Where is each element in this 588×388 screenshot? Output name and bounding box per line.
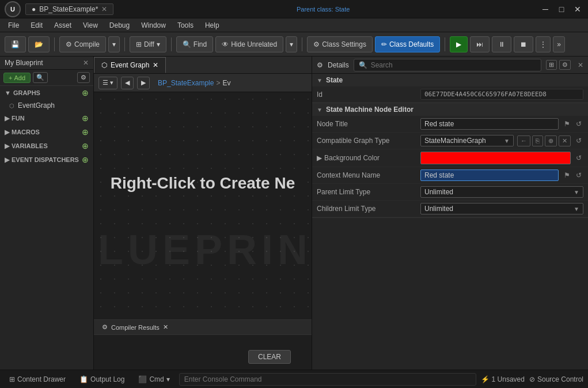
source-control-label: Source Control <box>537 375 583 383</box>
variables-section-title: ▶ VARIABLES <box>5 142 48 150</box>
context-menu-input[interactable] <box>420 169 559 181</box>
step-button[interactable]: ⏭ <box>470 36 490 52</box>
details-panel-close[interactable]: ✕ <box>578 61 583 69</box>
menu-help[interactable]: Help <box>199 20 225 31</box>
menu-debug[interactable]: Debug <box>104 20 135 31</box>
children-limit-dropdown[interactable]: Unlimited ▼ <box>420 203 583 214</box>
state-machine-title: State Machine Node Editor <box>326 106 414 114</box>
graph-remove-button[interactable]: ✕ <box>559 135 571 146</box>
output-log-button[interactable]: 📋 Output Log <box>75 374 129 385</box>
graphs-section-header[interactable]: ▼ GRAPHS ⊕ <box>0 86 93 100</box>
details-search-box[interactable]: 🔍 <box>354 59 541 71</box>
details-search-input[interactable] <box>371 61 536 69</box>
menu-window[interactable]: Window <box>135 20 172 31</box>
toolbar-sep-5 <box>445 37 445 51</box>
hide-unrelated-button[interactable]: 👁 Hide Unrelated <box>215 36 283 52</box>
breadcrumb-bp[interactable]: BP_StateExample <box>158 79 214 87</box>
cmd-button[interactable]: ⬛ Cmd ▾ <box>134 374 174 385</box>
event-graph-tab-close[interactable]: ✕ <box>153 61 158 69</box>
variables-add-icon[interactable]: ⊕ <box>82 141 89 150</box>
stop-button[interactable]: ⏹ <box>514 36 533 52</box>
parent-limit-value: Unlimited ▼ <box>420 186 583 198</box>
compiler-tab-close[interactable]: ✕ <box>163 323 168 331</box>
save-button[interactable]: 💾 <box>5 36 26 52</box>
parent-limit-arrow-icon: ▼ <box>574 189 579 195</box>
nav-menu-button[interactable]: ☰ ▾ <box>98 77 117 89</box>
toolbar-overflow-button[interactable]: » <box>553 36 565 52</box>
parent-class-link[interactable]: State <box>335 6 350 13</box>
context-menu-flag-button[interactable]: ⚑ <box>562 171 572 180</box>
class-defaults-button[interactable]: ✏ Class Defaults <box>375 36 440 52</box>
find-button[interactable]: 🔍 Find <box>176 36 213 52</box>
menu-file[interactable]: File <box>2 20 25 31</box>
search-button[interactable]: 🔍 <box>33 72 48 83</box>
graphs-add-icon[interactable]: ⊕ <box>82 88 89 97</box>
toolbar-sep-1 <box>54 37 55 51</box>
document-tab[interactable]: ● BP_StateExample* ✕ <box>25 3 113 15</box>
menu-view[interactable]: View <box>77 20 104 31</box>
color-swatch[interactable] <box>420 152 571 164</box>
output-log-icon: 📋 <box>79 375 88 383</box>
node-title-flag-button[interactable]: ⚑ <box>562 119 572 129</box>
macros-section-header[interactable]: ▶ MACROS ⊕ <box>0 125 93 139</box>
state-machine-section-header[interactable]: ▼ State Machine Node Editor <box>312 103 588 116</box>
console-input[interactable] <box>184 375 471 383</box>
bg-color-reset-button[interactable]: ↺ <box>574 153 583 163</box>
dispatchers-section-header[interactable]: ▶ EVENT DISPATCHERS ⊕ <box>0 153 93 167</box>
variables-section-header[interactable]: ▶ VARIABLES ⊕ <box>0 139 93 153</box>
event-graph-tab[interactable]: ⬡ Event Graph ✕ <box>94 57 166 73</box>
compatible-graph-reset-button[interactable]: ↺ <box>574 136 583 145</box>
menu-asset[interactable]: Asset <box>48 20 77 31</box>
close-button[interactable]: ✕ <box>572 3 583 15</box>
context-menu-reset-button[interactable]: ↺ <box>574 171 583 180</box>
add-button[interactable]: + Add <box>3 73 31 83</box>
compiler-results-tab[interactable]: ⚙ Compiler Results ✕ <box>96 322 174 332</box>
event-graph-item[interactable]: ⬡ EventGraph <box>0 100 93 111</box>
graph-nav-button[interactable]: ← <box>517 135 530 146</box>
fun-add-icon[interactable]: ⊕ <box>82 114 89 123</box>
more-options-button[interactable]: ⋮ <box>536 36 551 52</box>
blueprint-panel-close[interactable]: ✕ <box>83 59 89 67</box>
console-input-area[interactable] <box>179 373 476 386</box>
menu-tools[interactable]: Tools <box>172 20 199 31</box>
tab-close-icon[interactable]: ✕ <box>101 5 107 13</box>
source-control-button[interactable]: ⊘ Source Control <box>529 375 583 383</box>
macros-section-title: ▶ MACROS <box>5 129 40 136</box>
grid-view-button[interactable]: ⊞ <box>546 60 557 70</box>
hide-options-button[interactable]: ▾ <box>286 36 297 52</box>
compile-options-button[interactable]: ▾ <box>108 36 120 52</box>
macros-add-icon[interactable]: ⊕ <box>82 127 89 137</box>
compile-button[interactable]: ⚙ Compile <box>59 36 106 52</box>
compatible-graph-actions: ↺ <box>574 136 583 145</box>
context-menu-value <box>420 169 559 181</box>
graph-canvas[interactable]: Right-Click to Create Ne BLUEPRINT <box>94 92 312 319</box>
parent-limit-dropdown[interactable]: Unlimited ▼ <box>420 186 583 198</box>
graph-copy-button[interactable]: ⎘ <box>532 135 543 146</box>
compatible-graph-dropdown[interactable]: StateMachineGraph ▼ <box>420 135 514 146</box>
class-settings-button[interactable]: ⚙ Class Settings <box>307 36 373 52</box>
fun-section-header[interactable]: ▶ FUN ⊕ <box>0 111 93 125</box>
bg-color-expand-arrow[interactable]: ▶ <box>317 154 322 162</box>
settings-button[interactable]: ⚙ <box>77 72 90 83</box>
maximize-button[interactable]: □ <box>556 3 567 15</box>
state-section-header[interactable]: ▼ State <box>312 74 588 86</box>
graph-add-button[interactable]: ⊕ <box>545 135 557 146</box>
back-button[interactable]: ◀ <box>121 77 134 89</box>
diff-button[interactable]: ⊞ Diff ▾ <box>130 36 166 52</box>
clear-button[interactable]: CLEAR <box>248 350 291 364</box>
content-drawer-button[interactable]: ⊞ Content Drawer <box>5 374 70 385</box>
diff-label: Diff <box>144 40 154 48</box>
settings-view-button[interactable]: ⚙ <box>559 60 571 70</box>
play-button[interactable]: ▶ <box>450 36 468 52</box>
unsaved-button[interactable]: ⚡ 1 Unsaved <box>481 375 525 383</box>
minimize-button[interactable]: ─ <box>540 3 551 15</box>
node-title-input[interactable] <box>420 118 559 130</box>
forward-button[interactable]: ▶ <box>137 77 150 89</box>
blueprint-toolbar: + Add 🔍 ⚙ <box>0 70 93 86</box>
node-title-reset-button[interactable]: ↺ <box>574 119 583 129</box>
menu-edit[interactable]: Edit <box>25 20 48 31</box>
browse-button[interactable]: 📂 <box>28 36 50 52</box>
parent-class-label: Parent class: State <box>297 6 350 13</box>
pause-button[interactable]: ⏸ <box>492 36 511 52</box>
dispatchers-add-icon[interactable]: ⊕ <box>82 155 89 164</box>
